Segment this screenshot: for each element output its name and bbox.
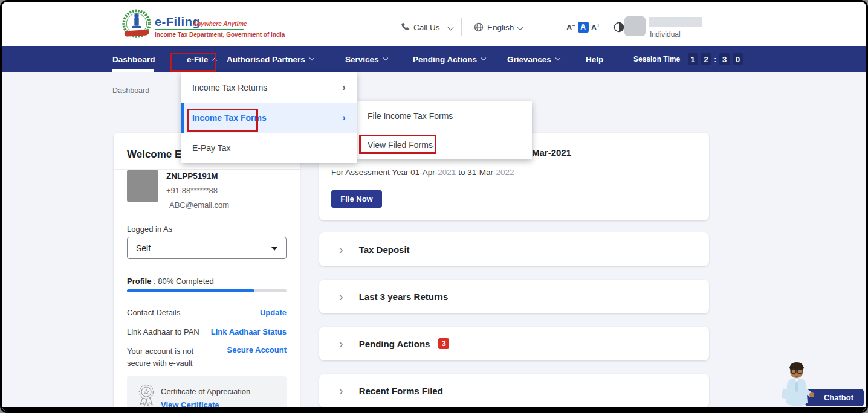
ay-year1: 2021 (438, 168, 456, 177)
nav-grievances[interactable]: Grievances (507, 46, 560, 72)
user-role-label: Individual (650, 30, 681, 39)
breadcrumb: Dashboard (112, 86, 149, 95)
secure-account-link[interactable]: Secure Account (227, 345, 287, 354)
logged-in-as-label: Logged in As (127, 225, 172, 234)
pending-actions-count-badge: 3 (438, 338, 449, 349)
certificate-title: Certificate of Appreciation (161, 387, 250, 396)
efiling-portal-page: e-Filing Anywhere Anytime Income Tax Dep… (0, 0, 868, 413)
submenu-item-view-filed-forms[interactable]: View Filed Forms (357, 130, 532, 159)
profile-progress-track (127, 289, 287, 292)
accordion-pending-actions[interactable]: › Pending Actions 3 (319, 327, 709, 360)
top-header: e-Filing Anywhere Anytime Income Tax Dep… (2, 2, 866, 46)
accordion-label: Tax Deposit (359, 245, 410, 255)
income-tax-forms-submenu: File Income Tax Forms View Filed Forms (357, 101, 532, 159)
font-increase-button[interactable]: A+ (591, 22, 600, 32)
evault-label: Your account is not secure with e-vault (127, 345, 209, 370)
profile-completion-text: Profile : 80% Completed (127, 277, 214, 286)
globe-icon (474, 22, 484, 32)
language-menu[interactable]: English (487, 23, 514, 32)
call-us-chevron-down-icon[interactable] (448, 25, 454, 31)
brand-underline (155, 29, 244, 30)
file-now-button[interactable]: File Now (331, 190, 382, 208)
logged-in-as-select[interactable]: Self (127, 237, 287, 259)
pan-number: ZNLPP5191M (166, 171, 218, 181)
nav-help[interactable]: Help (586, 46, 603, 72)
itr-card-title-fragment: Mar-2021 (532, 147, 571, 158)
submenu-arrow-icon: › (342, 82, 346, 94)
nav-services[interactable]: Services (345, 46, 387, 72)
header-divider (604, 18, 604, 36)
ay-prefix: For Assessment Year 01-Apr- (331, 168, 438, 177)
efile-dropdown-menu: Income Tax Returns › Income Tax Forms › … (181, 72, 357, 163)
assessment-year-text: For Assessment Year 01-Apr-2021 to 31-Ma… (331, 168, 514, 177)
active-tab-indicator (112, 69, 154, 72)
nav-authorised-partners[interactable]: Authorised Partners (227, 46, 314, 72)
nav-services-chevron-down-icon (383, 56, 387, 60)
contrast-toggle-icon[interactable] (614, 22, 624, 33)
chatbot-label: Chatbot (824, 393, 853, 402)
logged-in-as-value: Self (136, 243, 151, 253)
profile-label: Profile (127, 277, 151, 286)
select-caret-icon (271, 247, 277, 251)
nav-authorised-partners-label: Authorised Partners (227, 55, 305, 64)
nav-efile[interactable]: e-File (187, 46, 216, 72)
profile-avatar (127, 170, 158, 202)
main-navbar: Dashboard e-File Authorised Partners Ser… (2, 46, 866, 72)
submenu-item-file-income-tax-forms[interactable]: File Income Tax Forms (357, 101, 532, 130)
accordion-last-3-years-returns[interactable]: › Last 3 years Returns (319, 280, 709, 313)
chatbot-mascot-icon[interactable] (777, 360, 816, 408)
email-address: ABC@email.com (169, 200, 229, 210)
user-avatar[interactable] (624, 16, 646, 36)
link-aadhaar-label: Link Aadhaar to PAN (127, 327, 199, 336)
font-decrease-button[interactable]: A− (566, 22, 575, 32)
nav-efile-label: e-File (187, 55, 208, 64)
ay-year2: 2022 (496, 168, 514, 177)
submenu-item-label: File Income Tax Forms (368, 111, 453, 121)
update-link[interactable]: Update (260, 308, 287, 317)
font-normal-button[interactable]: A (578, 22, 589, 33)
profile-progress-fill (127, 289, 254, 292)
link-aadhaar-status-link[interactable]: Link Aadhaar Status (211, 327, 287, 336)
session-digit: 3 (719, 53, 730, 65)
session-time-label: Session Time (633, 55, 680, 63)
language-chevron-down-icon[interactable] (517, 25, 523, 31)
accordion-label: Pending Actions (359, 339, 430, 349)
accordion-tax-deposit[interactable]: › Tax Deposit (319, 232, 709, 266)
nav-dashboard[interactable]: Dashboard (112, 46, 155, 72)
menu-item-label: Income Tax Returns (192, 83, 267, 92)
call-us-menu[interactable]: Call Us (413, 23, 440, 32)
user-name-redacted (649, 17, 702, 27)
accordion-label: Recent Forms Filed (359, 386, 443, 396)
nav-help-label: Help (586, 55, 603, 64)
language-label: English (487, 23, 514, 32)
menu-item-income-tax-forms[interactable]: Income Tax Forms › (181, 103, 357, 133)
window-bottom-frame (2, 407, 866, 411)
accordion-recent-forms-filed[interactable]: › Recent Forms Filed (319, 374, 709, 408)
accordion-label: Last 3 years Returns (359, 292, 449, 302)
menu-item-income-tax-returns[interactable]: Income Tax Returns › (181, 72, 357, 103)
chevron-right-icon: › (339, 290, 343, 303)
nav-pending-actions[interactable]: Pending Actions (413, 46, 485, 72)
menu-item-e-pay-tax[interactable]: E-Pay Tax (181, 133, 357, 163)
medal-icon (135, 383, 157, 408)
nav-pending-actions-chevron-down-icon (481, 56, 486, 60)
nav-services-label: Services (345, 55, 379, 64)
submenu-arrow-icon: › (342, 112, 346, 124)
masked-phone: +91 88******88 (166, 186, 218, 195)
phone-icon (400, 22, 409, 31)
ay-middle: to 31-Mar- (456, 168, 496, 177)
chevron-right-icon: › (339, 385, 343, 397)
call-us-label: Call Us (413, 23, 440, 32)
nav-grievances-chevron-down-icon (555, 56, 560, 60)
chevron-right-icon: › (339, 243, 343, 255)
brand-subtitle: Income Tax Department, Government of Ind… (155, 31, 285, 38)
session-digit: 1 (688, 53, 698, 65)
nav-authorised-partners-chevron-down-icon (309, 56, 314, 60)
profile-percent-text: : 80% Completed (151, 277, 213, 286)
session-digit: 2 (701, 53, 711, 65)
nav-efile-chevron-up-icon (212, 58, 217, 63)
nav-grievances-label: Grievances (507, 55, 551, 64)
card-divider (114, 169, 300, 170)
brand-tagline: Anywhere Anytime (193, 21, 247, 27)
header-divider (533, 18, 533, 36)
